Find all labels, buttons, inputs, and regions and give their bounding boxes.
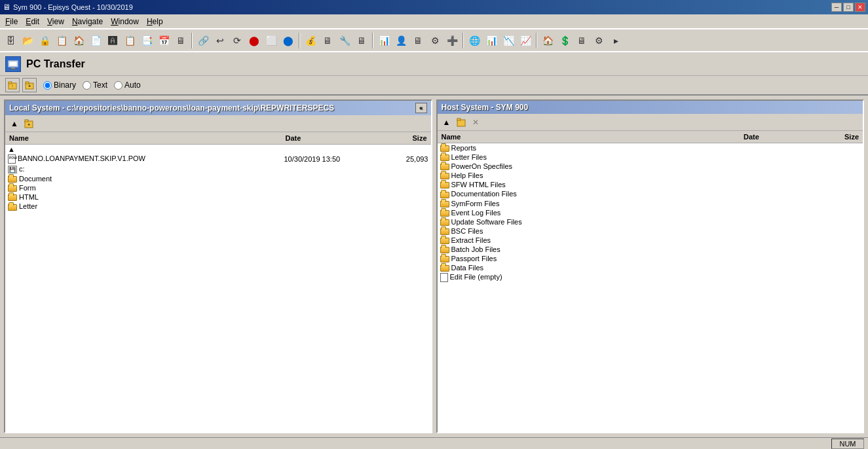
folder-icon xyxy=(440,182,449,189)
list-item[interactable]: Event Log Files xyxy=(438,208,863,217)
local-panel-collapse-btn[interactable]: « xyxy=(415,103,427,113)
local-new-btn[interactable]: + xyxy=(22,117,35,130)
list-item[interactable]: Documentation Files xyxy=(438,189,863,198)
list-item[interactable]: BANNO.LOANPAYMENT.SKIP.V1.POW 10/30/2019… xyxy=(5,154,431,164)
list-item[interactable]: Letter xyxy=(5,202,431,211)
radio-text[interactable] xyxy=(83,81,91,90)
pow-file-icon xyxy=(8,154,16,164)
close-button[interactable]: ✕ xyxy=(855,3,865,12)
tb-gear[interactable]: ⚙ xyxy=(427,33,443,48)
tb-globe[interactable]: 🌐 xyxy=(466,33,482,48)
local-col-date: Date xyxy=(284,134,376,143)
menu-view[interactable]: View xyxy=(43,16,68,27)
folder-icon xyxy=(8,176,17,183)
svg-rect-14 xyxy=(457,118,461,120)
menu-file[interactable]: File xyxy=(1,16,22,27)
list-item[interactable]: HTML xyxy=(5,192,431,202)
folder-icon xyxy=(440,192,449,198)
tb-clip2[interactable]: 📑 xyxy=(139,33,155,48)
local-panel-title: Local System - c:\repositories\banno-pow… xyxy=(9,103,334,113)
tb-dollar2[interactable]: 💲 xyxy=(557,33,573,48)
tb-user[interactable]: 👤 xyxy=(393,33,409,48)
tb-chart3[interactable]: 📉 xyxy=(500,33,516,48)
local-file-list: ▲ BANNO.LOANPAYMENT.SKIP.V1.POW 10/30/20… xyxy=(5,145,431,432)
host-delete-btn[interactable]: ✕ xyxy=(469,116,482,129)
menu-window[interactable]: Window xyxy=(107,16,143,27)
folder-name: Event Log Files xyxy=(440,209,743,217)
tb-plus[interactable]: ➕ xyxy=(444,33,460,48)
tb-back[interactable]: ↩ xyxy=(212,33,228,48)
list-item[interactable]: Extract Files xyxy=(438,236,863,245)
folder-name: SFW HTML Files xyxy=(440,181,743,189)
transfer-options: ↑ + Binary Text Auto xyxy=(0,76,868,96)
tb-dollar[interactable]: 💰 xyxy=(303,33,318,48)
list-item[interactable]: Letter Files xyxy=(438,153,863,162)
tb-refresh[interactable]: ⟳ xyxy=(229,33,245,48)
folder-name: SymForm Files xyxy=(440,200,743,207)
list-item[interactable]: Edit File (empty) xyxy=(438,272,863,283)
tb-house[interactable]: 🏠 xyxy=(540,33,556,48)
tb-monitor5[interactable]: 🖥 xyxy=(574,33,590,48)
radio-binary[interactable] xyxy=(43,81,52,90)
tb-monitor2[interactable]: 🖥 xyxy=(320,33,335,48)
tb-gear2[interactable]: ⚙ xyxy=(591,33,607,48)
radio-auto-label[interactable]: Auto xyxy=(114,81,141,90)
tb-chart2[interactable]: 📊 xyxy=(483,33,499,48)
local-up-btn[interactable]: ▲ xyxy=(8,117,21,130)
tb-tool[interactable]: 🔧 xyxy=(337,33,352,48)
list-item[interactable]: 💾c: xyxy=(5,164,431,174)
tb-copy[interactable]: 📋 xyxy=(54,33,69,48)
tb-link[interactable]: 🔗 xyxy=(195,33,211,48)
list-item[interactable]: Batch Job Files xyxy=(438,245,863,254)
host-up-btn[interactable]: ▲ xyxy=(440,116,453,129)
list-item[interactable]: Reports xyxy=(438,143,863,153)
tb-monitor[interactable]: 🖥 xyxy=(173,33,189,48)
tb-chart4[interactable]: 📈 xyxy=(518,33,533,48)
list-item[interactable]: Passport Files xyxy=(438,254,863,263)
tb-open[interactable]: 📂 xyxy=(20,33,35,48)
host-col-size: Size xyxy=(808,132,860,141)
maximize-button[interactable]: □ xyxy=(843,3,854,12)
folder-name: Documentation Files xyxy=(440,190,743,198)
radio-text-label[interactable]: Text xyxy=(83,81,107,90)
menu-navigate[interactable]: Navigate xyxy=(68,16,107,27)
tb-monitor4[interactable]: 🖥 xyxy=(410,33,426,48)
tb-new[interactable]: 🗄 xyxy=(3,33,18,48)
list-item[interactable]: Data Files xyxy=(438,263,863,272)
local-up-arrow[interactable]: ▲ xyxy=(5,145,431,154)
list-item[interactable]: Update Software Files xyxy=(438,217,863,226)
tb-clip1[interactable]: 📋 xyxy=(122,33,138,48)
minimize-button[interactable]: ─ xyxy=(831,3,842,12)
tb-more[interactable]: ▸ xyxy=(608,33,624,48)
list-item[interactable]: Help Files xyxy=(438,171,863,180)
radio-binary-label[interactable]: Binary xyxy=(43,81,76,90)
main-toolbar: 🗄 📂 🔒 📋 🏠 📄 🅰 📋 📑 📅 🖥 🔗 ↩ ⟳ ⬤ ⬜ ⬤ 💰 🖥 🔧 … xyxy=(0,29,868,52)
list-item[interactable]: SFW HTML Files xyxy=(438,180,863,189)
folder-icon xyxy=(440,238,449,244)
radio-auto[interactable] xyxy=(114,81,123,90)
list-item[interactable]: PowerOn Specfiles xyxy=(438,162,863,171)
folder-icon xyxy=(8,204,17,211)
tb-red[interactable]: ⬤ xyxy=(246,33,262,48)
menu-edit[interactable]: Edit xyxy=(22,16,43,27)
file-name: BANNO.LOANPAYMENT.SKIP.V1.POW xyxy=(8,154,284,164)
tb-blue[interactable]: ⬤ xyxy=(280,33,296,48)
tb-a[interactable]: 🅰 xyxy=(105,33,121,48)
local-folder-up-btn[interactable]: ↑ xyxy=(5,78,20,92)
tb-doc[interactable]: 📄 xyxy=(88,33,104,48)
tb-lock[interactable]: 🔒 xyxy=(37,33,52,48)
list-item[interactable]: Document xyxy=(5,174,431,183)
tb-monitor3[interactable]: 🖥 xyxy=(354,33,369,48)
tb-square[interactable]: ⬜ xyxy=(263,33,279,48)
pc-transfer-header: PC Transfer xyxy=(0,52,868,76)
tb-home[interactable]: 🏠 xyxy=(71,33,86,48)
window-title: Sym 900 - Episys Quest - 10/30/2019 xyxy=(13,3,133,11)
list-item[interactable]: Form xyxy=(5,183,431,192)
tb-chart[interactable]: 📊 xyxy=(376,33,392,48)
host-new-btn[interactable] xyxy=(455,116,468,129)
local-new-folder-btn[interactable]: + xyxy=(22,78,37,92)
list-item[interactable]: SymForm Files xyxy=(438,199,863,208)
tb-cal[interactable]: 📅 xyxy=(156,33,172,48)
menu-help[interactable]: Help xyxy=(143,16,167,27)
list-item[interactable]: BSC Files xyxy=(438,226,863,236)
